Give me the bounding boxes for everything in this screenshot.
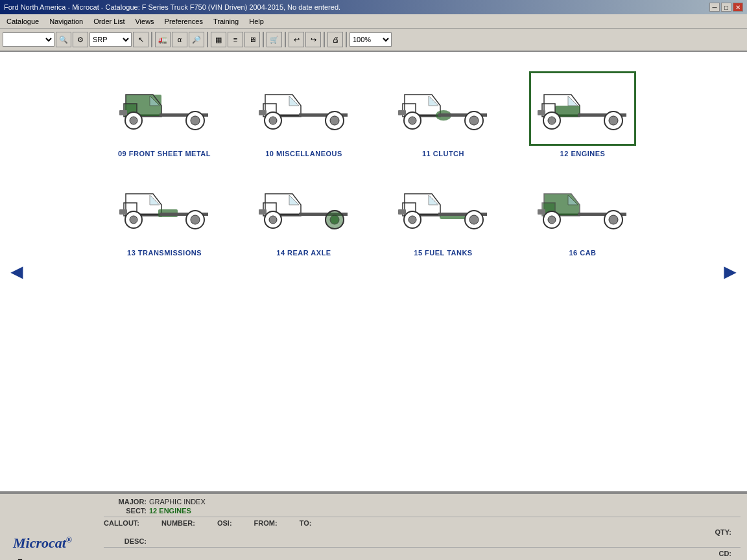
category-15-image: [390, 170, 497, 245]
separator-6: [346, 32, 347, 47]
svg-rect-48: [259, 209, 267, 215]
qty-label: QTY:: [689, 528, 734, 536]
category-09-label: 09 FRONT SHEET METAL: [118, 150, 211, 158]
svg-rect-16: [259, 110, 267, 115]
svg-point-29: [609, 116, 618, 125]
category-12[interactable]: 12 ENGINES: [523, 71, 643, 158]
svg-rect-9: [119, 110, 127, 115]
category-12-label: 12 ENGINES: [560, 150, 606, 158]
toolbar-btn-list[interactable]: ≡: [228, 32, 243, 47]
toolbar-btn-grid[interactable]: ▦: [211, 32, 226, 47]
desc-label: DESC:: [104, 537, 149, 545]
category-10-label: 10 MISCELLANEOUS: [265, 150, 342, 158]
category-11-label: 11 CLUTCH: [422, 150, 464, 158]
svg-point-21: [469, 116, 479, 125]
logo-area: Microcat® 🖨: [13, 535, 72, 560]
separator-3: [263, 32, 264, 47]
svg-point-53: [469, 215, 479, 224]
category-11-image: [390, 71, 497, 146]
toolbar-btn-basket[interactable]: 🛒: [267, 32, 282, 47]
menu-training[interactable]: Training: [209, 16, 243, 27]
toolbar: 🔍 ⚙ SRP ↖ 🚛 α 🔎 ▦ ≡ 🖥 🛒 ↩ ↪ 🖨 100%: [0, 29, 747, 52]
toolbar-btn-alpha[interactable]: ⚙: [73, 32, 88, 47]
svg-rect-40: [119, 209, 127, 215]
svg-rect-32: [538, 110, 545, 115]
major-label: MAJOR:: [104, 498, 149, 506]
category-14[interactable]: 14 REAR AXLE: [244, 170, 364, 257]
window-title: Ford North America - Microcat - Catalogu…: [4, 3, 340, 11]
toolbar-btn-print[interactable]: 🖨: [327, 32, 343, 47]
svg-point-6: [191, 116, 200, 125]
menu-help[interactable]: Help: [245, 16, 268, 27]
svg-point-37: [191, 215, 200, 224]
category-16-image: [529, 170, 636, 245]
svg-rect-63: [538, 209, 545, 215]
toolbar-btn-search[interactable]: 🔍: [56, 32, 71, 47]
svg-point-60: [609, 215, 618, 224]
number-label: NUMBER:: [161, 519, 198, 527]
menu-navigation[interactable]: Navigation: [45, 16, 87, 27]
category-12-image: [529, 71, 636, 146]
printer-icon[interactable]: 🖨: [13, 557, 72, 560]
microcat-logo: Microcat®: [13, 535, 72, 552]
toolbar-btn-alpha2[interactable]: α: [172, 32, 187, 47]
nav-left-arrow[interactable]: ◄: [6, 260, 27, 284]
category-16[interactable]: 16 CAB: [523, 170, 643, 257]
bottom-panel: MAJOR: GRAPHIC INDEX SECT: 12 ENGINES CA…: [0, 493, 747, 560]
svg-point-8: [130, 117, 137, 124]
maximize-button[interactable]: □: [721, 3, 731, 12]
menu-orderlist[interactable]: Order List: [89, 16, 128, 27]
category-grid: 09 FRONT SHEET METAL 10 MISCELLANEOUS: [0, 52, 747, 276]
category-09-image: [111, 71, 218, 146]
category-13-label: 13 TRANSMISSIONS: [127, 249, 202, 257]
window-controls: ─ □ ✕: [709, 3, 743, 12]
toolbar-btn-monitor[interactable]: 🖥: [244, 32, 260, 47]
category-10-image: [250, 71, 357, 146]
svg-point-23: [409, 117, 416, 124]
svg-point-39: [130, 216, 137, 224]
svg-point-31: [548, 117, 556, 124]
category-11[interactable]: 11 CLUTCH: [383, 71, 503, 158]
svg-point-55: [409, 216, 416, 224]
titlebar: Ford North America - Microcat - Catalogu…: [0, 0, 747, 14]
from-label: FROM:: [254, 519, 280, 527]
callout-label: CALLOUT:: [104, 519, 142, 527]
category-15[interactable]: 15 FUEL TANKS: [383, 170, 503, 257]
microcat-reg: ®: [66, 535, 72, 544]
category-14-image: [250, 170, 357, 245]
svg-point-62: [548, 216, 556, 224]
menubar: Catalogue Navigation Order List Views Pr…: [0, 14, 747, 29]
toolbar-btn-cursor[interactable]: ↖: [133, 32, 148, 47]
main-content: ◄: [0, 52, 747, 493]
menu-catalogue[interactable]: Catalogue: [3, 16, 43, 27]
sect-value: 12 ENGINES: [149, 507, 741, 515]
category-09[interactable]: 09 FRONT SHEET METAL: [104, 71, 224, 158]
svg-point-13: [330, 116, 339, 125]
nav-right-arrow[interactable]: ►: [720, 260, 741, 284]
toolbar-btn-magnify[interactable]: 🔎: [189, 32, 204, 47]
category-10[interactable]: 10 MISCELLANEOUS: [244, 71, 364, 158]
category-13-image: [111, 170, 218, 245]
major-value: GRAPHIC INDEX: [149, 498, 741, 506]
menu-preferences[interactable]: Preferences: [161, 16, 207, 27]
separator-2: [207, 32, 208, 47]
toolbar-btn-truck[interactable]: 🚛: [155, 32, 171, 47]
search-mode-select[interactable]: SRP: [89, 32, 132, 47]
menu-views[interactable]: Views: [131, 16, 158, 27]
category-16-label: 16 CAB: [569, 249, 596, 257]
toolbar-btn-undo[interactable]: ↩: [289, 32, 304, 47]
dropdown-1[interactable]: [3, 32, 54, 47]
minimize-button[interactable]: ─: [709, 3, 720, 12]
category-13[interactable]: 13 TRANSMISSIONS: [104, 170, 224, 257]
separator-5: [324, 32, 325, 47]
zoom-select[interactable]: 100%: [350, 32, 392, 47]
svg-point-15: [269, 117, 277, 124]
cd-label: CD:: [689, 550, 734, 557]
close-button[interactable]: ✕: [733, 3, 743, 12]
sect-label: SECT:: [104, 507, 149, 515]
svg-rect-56: [398, 209, 406, 215]
separator-4: [285, 32, 286, 47]
toolbar-btn-redo[interactable]: ↪: [305, 32, 321, 47]
svg-point-47: [269, 216, 277, 224]
separator-1: [151, 32, 152, 47]
